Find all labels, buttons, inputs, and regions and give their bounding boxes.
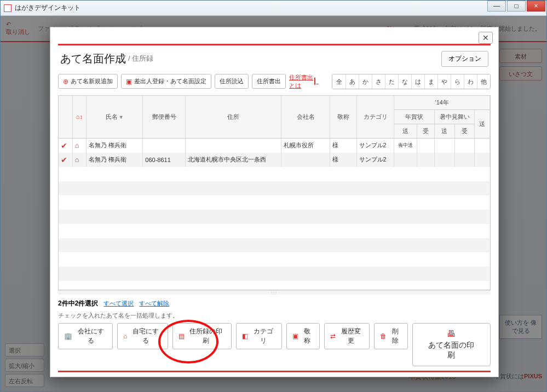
honorific-button[interactable]: ▣敬称	[286, 323, 320, 349]
selection-count: 2件中2件選択	[58, 299, 98, 308]
kana-2[interactable]: か	[359, 74, 372, 89]
empty-row	[59, 238, 490, 252]
row-name: 名無乃 権兵衛	[87, 153, 143, 167]
kana-6[interactable]: は	[411, 74, 424, 89]
row-postal	[143, 139, 186, 153]
swap-icon: ⇄	[330, 332, 336, 340]
table-container: ⌂↕ 氏名▼ 郵便番号 住所 会社名 敬称 カテゴリ '14年 年賀状 暑中見舞…	[58, 95, 491, 291]
badge-icon: ▣	[292, 332, 298, 340]
printer-icon: 🖶	[447, 329, 456, 339]
empty-row	[59, 281, 490, 291]
kana-4[interactable]: た	[385, 74, 398, 89]
address-table: ⌂↕ 氏名▼ 郵便番号 住所 会社名 敬称 カテゴリ '14年 年賀状 暑中見舞…	[59, 96, 490, 291]
row-home-icon: ⌂	[72, 153, 86, 167]
history-button[interactable]: ⇄履歴変更	[324, 323, 370, 349]
row-address: 北海道札幌市中央区北一条西	[186, 153, 281, 167]
row-company	[281, 153, 330, 167]
option-button[interactable]: オプション	[441, 51, 488, 67]
add-address-button[interactable]: ⊕あて名新規追加	[58, 74, 118, 89]
empty-row	[59, 181, 490, 195]
empty-row	[59, 224, 490, 238]
window-title: はがきデザインキット	[15, 3, 543, 13]
app-window: はがきデザインキット — □ × ↶取り消し ファイル 編集 オプション ヘルプ…	[0, 0, 547, 392]
sender-settings-button[interactable]: ▣差出人登録・あて名面設定	[121, 74, 211, 89]
close-button[interactable]: ×	[527, 1, 545, 11]
kana-3[interactable]: さ	[372, 74, 385, 89]
to-home-button[interactable]: ⌂自宅にする	[117, 323, 168, 349]
minimize-button[interactable]: —	[487, 1, 506, 11]
row-home-icon: ⌂	[72, 139, 86, 153]
print-list-button[interactable]: ▤住所録の印刷	[172, 323, 232, 349]
table-row[interactable]: ✔⌂名無乃 権兵衛札幌市役所様サンプル2喪中送	[59, 139, 490, 153]
category-button[interactable]: ◧カテゴリ	[236, 323, 282, 349]
kana-11[interactable]: 他	[477, 74, 490, 89]
row-honorific: 様	[330, 139, 356, 153]
kana-0[interactable]: 全	[332, 74, 346, 89]
modal-toolbar: ⊕あて名新規追加 ▣差出人登録・あて名面設定 住所読込 住所書出 住所書出 とは…	[50, 70, 498, 93]
footer-hint: チェックを入れたあて名を一括処理します。	[58, 312, 491, 320]
home-icon: ⌂	[123, 332, 127, 340]
dropdown-icon[interactable]: ▼	[119, 114, 124, 120]
import-button[interactable]: 住所読込	[215, 74, 249, 89]
row-check[interactable]: ✔	[59, 153, 72, 167]
export-button[interactable]: 住所書出	[252, 74, 286, 89]
kana-5[interactable]: な	[398, 74, 411, 89]
row-category: サンプル2	[356, 153, 394, 167]
row-status	[394, 153, 417, 167]
empty-row	[59, 195, 490, 210]
plus-icon: ⊕	[63, 78, 68, 85]
modal-footer: 2件中2件選択 すべて選択 すべて解除 チェックを入れたあて名を一括処理します。…	[50, 295, 498, 371]
maximize-button[interactable]: □	[507, 1, 526, 11]
resize-handle[interactable]: :::	[58, 290, 491, 295]
deselect-all-link[interactable]: すべて解除	[139, 299, 169, 308]
table-row[interactable]: ✔⌂名無乃 権兵衛060-8611北海道札幌市中央区北一条西様サンプル2	[59, 153, 490, 167]
trash-icon: 🗑	[380, 332, 387, 340]
kana-7[interactable]: ま	[424, 74, 437, 89]
empty-row	[59, 167, 490, 181]
address-modal: ✕ あて名面作成 / 住所録 オプション ⊕あて名新規追加 ▣差出人登録・あて名…	[50, 27, 499, 377]
row-category: サンプル2	[356, 139, 394, 153]
row-address	[186, 139, 281, 153]
row-postal: 060-8611	[143, 153, 186, 167]
person-icon: ▣	[126, 78, 132, 85]
tag-icon: ◧	[242, 332, 248, 340]
empty-row	[59, 267, 490, 281]
modal-title: あて名面作成	[60, 51, 126, 66]
kana-1[interactable]: あ	[346, 74, 359, 89]
row-company: 札幌市役所	[281, 139, 330, 153]
kana-10[interactable]: わ	[464, 74, 477, 89]
kana-9[interactable]: ら	[451, 74, 464, 89]
modal-subtitle: / 住所録	[128, 54, 153, 64]
app-icon	[4, 4, 11, 12]
kana-filter: 全あかさたなはまやらわ他	[332, 74, 491, 89]
list-icon: ▤	[179, 332, 185, 340]
modal-header: あて名面作成 / 住所録 オプション	[50, 45, 498, 70]
row-check[interactable]: ✔	[59, 139, 72, 153]
modal-close-button[interactable]: ✕	[479, 32, 493, 44]
to-company-button[interactable]: 🏢会社にする	[58, 323, 113, 349]
empty-row	[59, 210, 490, 224]
row-name: 名無乃 権兵衛	[87, 139, 143, 153]
print-address-button[interactable]: 🖶 あて名面の印刷	[412, 323, 491, 366]
home-column-icon: ⌂↕	[76, 113, 83, 120]
titlebar: はがきデザインキット — □ ×	[1, 1, 546, 16]
select-all-link[interactable]: すべて選択	[103, 299, 134, 308]
empty-row	[59, 252, 490, 267]
delete-button[interactable]: 🗑削除	[374, 323, 408, 349]
row-honorific: 様	[330, 153, 356, 167]
building-icon: 🏢	[64, 332, 72, 340]
row-status: 喪中送	[394, 139, 417, 153]
kana-8[interactable]: や	[437, 74, 451, 89]
bottom-rule	[58, 371, 491, 372]
about-export-link[interactable]: 住所書出 とは▎	[289, 73, 319, 90]
